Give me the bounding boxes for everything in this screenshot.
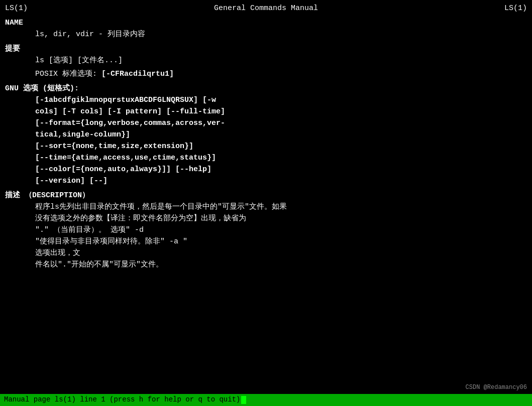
gnu-option-7: [--version] [--] [35,176,527,186]
gnu-label-text: GNU 选项 (短格式): [5,84,79,93]
gnu-label: GNU 选项 (短格式): [5,83,527,94]
gnu-section: GNU 选项 (短格式): [-1abcdfgiklmnopqrstuxABCD… [5,83,527,186]
synopsis-posix-label: POSIX 标准选项: [35,70,101,78]
gnu-option-1: cols] [-T cols] [-I pattern] [--full-tim… [35,106,527,117]
gnu-option-3: tical,single-column}] [35,129,527,140]
desc-content: 程序ls先列出非目录的文件项，然后是每一个目录中的"可显示"文件。如果 没有选项… [35,202,527,270]
cursor-block [241,396,246,404]
desc-label3: ） [82,191,89,200]
header-left: LS(1) [5,3,28,14]
synopsis-section: 提要 [5,44,527,54]
synopsis-label: 提要 [5,45,20,53]
gnu-options: [-1abcdfgiklmnopqrstuxABCDFGLNQRSUX] [-w… [35,95,527,186]
gnu-option-2: [--format={long,verbose,commas,across,ve… [35,118,527,128]
synopsis-posix: POSIX 标准选项: [-CFRacdilqrtu1] [35,69,527,79]
desc-line-3: "使得目录与非目录项同样对待。除非" -a " [35,236,527,247]
desc-line-5: 件名以"."开始的不属"可显示"文件。 [35,259,527,270]
desc-label: 描述 （ [5,191,32,200]
status-bar: Manual page ls(1) line 1 (press h for he… [0,394,532,406]
gnu-option-0: [-1abcdfgiklmnopqrstuxABCDFGLNQRSUX] [-w [35,95,527,105]
desc-line-4: 选项出现，文 [35,248,527,258]
man-page-header: LS(1) General Commands Manual LS(1) [5,3,527,14]
gnu-option-5: [--time={atime,access,use,ctime,status}] [35,153,527,163]
watermark: CSDN @Redamancy06 [466,383,527,392]
terminal-content: LS(1) General Commands Manual LS(1) NAME… [0,0,532,394]
header-center: General Commands Manual [214,3,318,14]
status-bar-text: Manual page ls(1) line 1 (press h for he… [4,395,240,405]
gnu-option-6: [--color[={none,auto,always}]] [--help] [35,164,527,175]
desc-line-1: 没有选项之外的参数【译注：即文件名部分为空】出现，缺省为 [35,213,527,224]
header-right: LS(1) [504,3,527,14]
name-label: NAME [5,19,23,27]
desc-line-2: "." （当前目录）。 选项" -d [35,225,527,235]
synopsis-usage: ls [选项] [文件名...] [35,55,527,66]
synopsis-posix-value: [-CFRacdilqrtu1] [101,70,174,78]
desc-line-0: 程序ls先列出非目录的文件项，然后是每一个目录中的"可显示"文件。如果 [35,202,527,212]
desc-label2: DESCRIPTION [32,191,82,200]
desc-header: 描述 （DESCRIPTION） [5,190,527,201]
name-content: ls, dir, vdir - 列目录内容 [35,29,527,40]
description-section: 描述 （DESCRIPTION） 程序ls先列出非目录的文件项，然后是每一个目录… [5,190,527,270]
gnu-option-4: [--sort={none,time,size,extension}] [35,141,527,152]
name-section: NAME [5,18,527,28]
